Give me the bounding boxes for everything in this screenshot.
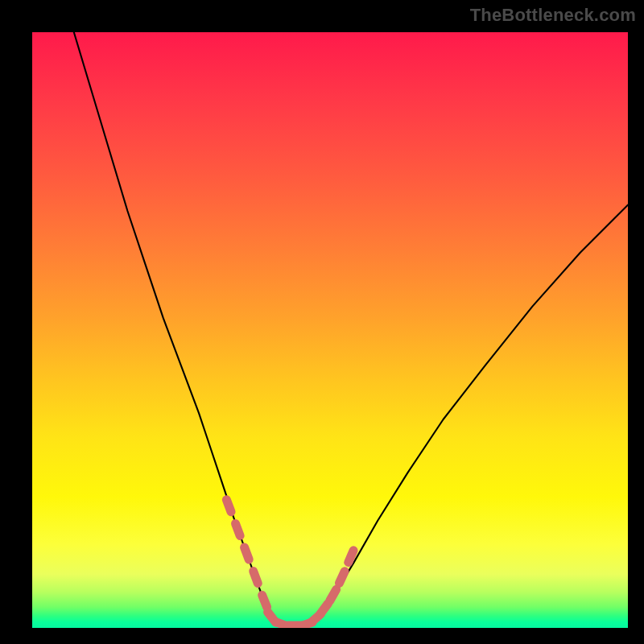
svg-line-2 (245, 547, 250, 559)
svg-line-4 (262, 595, 267, 607)
chart-frame: TheBottleneck.com (0, 0, 644, 644)
valley-markers (226, 500, 353, 627)
svg-line-11 (330, 589, 336, 601)
attribution-text: TheBottleneck.com (470, 5, 636, 26)
svg-line-0 (226, 500, 231, 512)
svg-line-13 (349, 551, 353, 563)
svg-line-1 (235, 523, 240, 535)
svg-line-12 (339, 572, 345, 584)
curve-line (74, 32, 628, 625)
plot-gradient-area (32, 32, 628, 628)
svg-line-10 (320, 604, 328, 614)
svg-line-3 (254, 572, 258, 584)
plot-svg (32, 32, 628, 628)
